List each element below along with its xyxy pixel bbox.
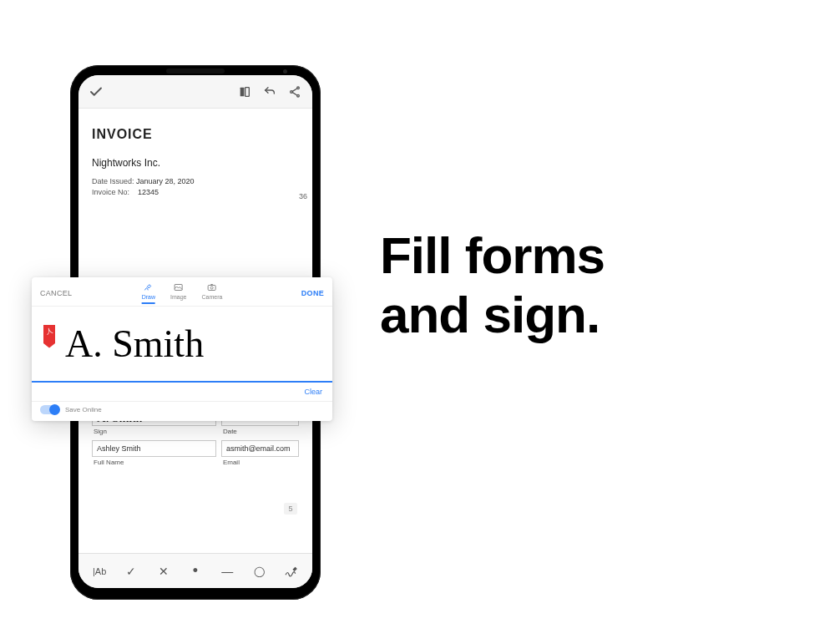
document-title: INVOICE <box>92 127 299 142</box>
signature-stroke: A. Smith <box>65 322 204 366</box>
svg-line-6 <box>292 92 296 94</box>
tab-image[interactable]: Image <box>170 282 186 304</box>
invoice-no-label: Invoice No: <box>92 188 129 196</box>
share-icon[interactable] <box>286 83 304 101</box>
marketing-headline: Fill forms and sign. <box>380 226 605 345</box>
tab-draw-label: Draw <box>142 294 155 300</box>
signature-panel: CANCEL Draw Image Camera DONE 人 A. Smith… <box>32 277 332 421</box>
dot-tool[interactable]: • <box>185 561 205 581</box>
clear-button[interactable]: Clear <box>304 388 322 396</box>
save-online-label: Save Online <box>65 406 102 413</box>
svg-rect-8 <box>208 286 215 291</box>
svg-point-9 <box>210 287 213 289</box>
invoice-no-value: 12345 <box>138 188 159 196</box>
bottom-toolbar: |Ab ✓ ✕ • — ◯ <box>78 553 312 588</box>
check-tool[interactable]: ✓ <box>121 561 141 581</box>
signature-tabs: Draw Image Camera <box>142 282 223 304</box>
email-field[interactable]: asmith@email.com <box>221 440 299 457</box>
save-online-toggle[interactable] <box>40 405 58 414</box>
signature-tool-icon[interactable] <box>281 561 301 581</box>
invoice-no-line: Invoice No: 12345 <box>92 188 299 196</box>
done-checkmark-icon[interactable] <box>87 83 105 101</box>
phone-camera-dot <box>283 69 287 74</box>
fullname-label: Full Name <box>92 459 216 466</box>
svg-line-5 <box>292 89 296 91</box>
app-bar <box>78 75 312 109</box>
phone-notch <box>166 68 225 74</box>
dash-tool[interactable]: — <box>217 561 237 581</box>
edge-number: 36 <box>299 192 307 200</box>
email-label: Email <box>221 459 299 466</box>
signature-canvas[interactable]: 人 A. Smith <box>32 306 332 383</box>
page-indicator: 5 <box>284 503 297 515</box>
tab-draw[interactable]: Draw <box>142 282 155 304</box>
save-online-row: Save Online <box>32 401 332 421</box>
undo-icon[interactable] <box>261 83 279 101</box>
circle-tool[interactable]: ◯ <box>250 561 270 581</box>
sign-label: Sign <box>92 428 216 435</box>
headline-line-2: and sign. <box>380 285 605 344</box>
date-issued-value: January 28, 2020 <box>136 177 195 185</box>
date-issued-label: Date Issued: <box>92 177 134 185</box>
text-tool[interactable]: |Ab <box>89 561 109 581</box>
signature-panel-bar: CANCEL Draw Image Camera DONE <box>32 277 332 306</box>
done-button[interactable]: DONE <box>301 289 324 297</box>
cancel-button[interactable]: CANCEL <box>40 289 72 297</box>
svg-rect-1 <box>245 87 250 96</box>
tab-camera-label: Camera <box>201 294 222 300</box>
headline-line-1: Fill forms <box>380 226 605 285</box>
tab-image-label: Image <box>170 294 186 300</box>
date-label: Date <box>221 428 299 435</box>
company-name: Nightworks Inc. <box>92 157 299 169</box>
tab-camera[interactable]: Camera <box>201 282 222 304</box>
adobe-flag-icon: 人 <box>42 325 57 363</box>
date-issued-line: Date Issued: January 28, 2020 <box>92 177 299 185</box>
x-tool[interactable]: ✕ <box>154 561 174 581</box>
panel-toggle-icon[interactable] <box>235 83 254 101</box>
svg-rect-0 <box>240 87 245 96</box>
fullname-field[interactable]: Ashley Smith <box>92 440 216 457</box>
